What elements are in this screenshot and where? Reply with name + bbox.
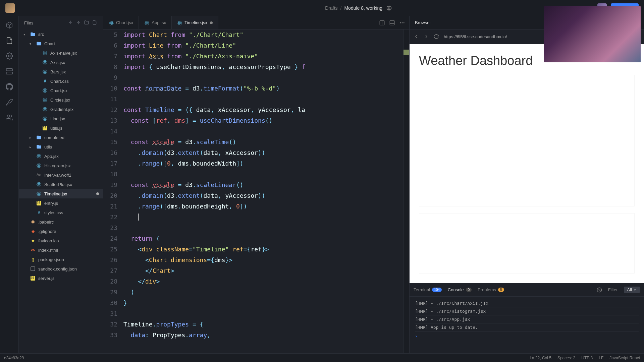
cursor-position[interactable]: Ln 22, Col 5 (530, 356, 551, 360)
react-icon (177, 20, 182, 25)
svg-point-45 (39, 193, 40, 194)
svg-point-50 (111, 22, 112, 23)
file-tree-item[interactable]: JSentry.js (19, 198, 103, 208)
svg-line-70 (598, 288, 601, 291)
react-icon (36, 182, 42, 187)
clear-console-icon[interactable] (597, 287, 602, 293)
file-tree-item[interactable]: Circles.jsx (19, 95, 103, 105)
tab-console[interactable]: Console0 (448, 287, 472, 292)
js-icon: JS (36, 200, 42, 206)
file-tree-item[interactable]: App.jsx (19, 152, 103, 161)
config-icon: ⬢ (30, 219, 36, 225)
new-folder-icon[interactable] (84, 20, 90, 25)
eol[interactable]: LF (599, 356, 603, 360)
filter-label[interactable]: Filter (608, 287, 618, 292)
console-line: [HMR] App is up to date. (415, 323, 639, 331)
folder-icon (36, 41, 42, 46)
file-tree-item[interactable]: sandbox.config.json (19, 264, 103, 274)
modified-dot (96, 192, 99, 195)
react-icon (42, 116, 48, 121)
file-tree-item[interactable]: Line.jsx (19, 114, 103, 123)
svg-point-33 (39, 156, 40, 157)
file-tree-item[interactable]: Timeline.jsx (19, 189, 103, 198)
commit-hash[interactable]: e34c83a29 (4, 356, 530, 360)
svg-point-21 (45, 100, 46, 101)
file-tree-item[interactable]: Chart.jsx (19, 86, 103, 95)
tab-problems[interactable]: Problems5 (478, 287, 504, 292)
indentation[interactable]: Spaces: 2 (557, 356, 575, 360)
file-tree-item[interactable]: ▸utils (19, 142, 103, 152)
file-tree-item[interactable]: JSutils.js (19, 123, 103, 133)
svg-point-37 (39, 165, 40, 166)
file-tree-item[interactable]: #Chart.css (19, 76, 103, 86)
config2-icon (30, 266, 36, 272)
svg-point-67 (402, 22, 403, 23)
breadcrumb-root[interactable]: Drafts (325, 5, 337, 11)
file-tree-item[interactable]: #styles.css (19, 208, 103, 217)
editor-tab[interactable]: Timeline.jsx (172, 16, 218, 29)
file-tree-item[interactable]: ◆.gitignore (19, 227, 103, 236)
file-tree-item[interactable]: ▾src (19, 29, 103, 39)
file-tree-item[interactable]: ⬢.babelrc (19, 217, 103, 227)
file-tree-item[interactable]: ★favicon.ico (19, 236, 103, 245)
file-tree-item[interactable]: ▾Chart (19, 39, 103, 48)
file-tree-item[interactable]: Axis-naive.jsx (19, 48, 103, 58)
svg-rect-64 (390, 20, 394, 25)
rocket-icon[interactable] (6, 99, 13, 106)
back-icon[interactable] (414, 34, 420, 40)
svg-rect-49 (31, 267, 35, 271)
file-tree-item[interactable]: ▸completed (19, 133, 103, 142)
code-editor[interactable]: import Chart from "./Chart/Chart"import … (123, 29, 403, 353)
github-icon[interactable] (6, 83, 13, 90)
editor-tab[interactable]: App.jsx (139, 16, 172, 29)
file-tree-item[interactable]: Bars.jsx (19, 67, 103, 76)
filter-all[interactable]: All (624, 287, 640, 293)
users-icon[interactable] (6, 114, 13, 121)
upload-icon[interactable] (76, 20, 82, 25)
react-icon (42, 107, 48, 112)
svg-rect-2 (6, 69, 12, 71)
encoding[interactable]: UTF-8 (581, 356, 593, 360)
breadcrumb-current[interactable]: Module 8, working (344, 5, 382, 11)
editor-tab[interactable]: Chart.jsx (103, 16, 139, 29)
sidebar-title: Files (24, 20, 65, 25)
chart-area-2 (419, 213, 635, 274)
language-mode[interactable]: JavaScript React (609, 356, 640, 360)
svg-point-13 (45, 71, 46, 72)
react-icon (42, 60, 48, 65)
git-icon: ◆ (30, 229, 36, 234)
cube-icon[interactable] (6, 21, 13, 29)
font-icon: Aa (36, 172, 42, 178)
minimap[interactable] (403, 29, 409, 353)
modified-dot (210, 21, 213, 24)
panel-icon[interactable] (389, 20, 395, 26)
workspace-avatar[interactable] (5, 3, 15, 13)
file-tree-item[interactable]: {}package.json (19, 255, 103, 264)
css-icon: # (42, 78, 48, 84)
svg-point-29 (45, 118, 46, 119)
file-tree-item[interactable]: Histogram.jsx (19, 161, 103, 170)
svg-rect-3 (6, 72, 12, 74)
tab-terminal[interactable]: Terminal104 (414, 287, 442, 292)
gear-icon[interactable] (6, 52, 13, 60)
svg-point-68 (404, 22, 405, 23)
console-prompt[interactable]: › (415, 331, 639, 341)
breadcrumb-separator: / (340, 5, 342, 11)
server-icon[interactable] (6, 68, 13, 75)
new-file-icon[interactable] (92, 20, 98, 25)
file-tree-item[interactable]: <>index.html (19, 245, 103, 255)
file-tree-item[interactable]: ScatterPlot.jsx (19, 180, 103, 189)
file-tree-item[interactable]: Axis.jsx (19, 58, 103, 67)
forward-icon[interactable] (424, 34, 430, 40)
file-tree-item[interactable]: AaInter.var.woff2 (19, 170, 103, 180)
file-icon[interactable] (6, 37, 13, 44)
browser-viewport: Weather Dashboard (410, 44, 644, 283)
svg-point-58 (179, 22, 180, 23)
split-icon[interactable] (379, 20, 385, 26)
file-tree-item[interactable]: JSserver.js (19, 274, 103, 283)
download-icon[interactable] (68, 20, 73, 25)
file-tree-item[interactable]: Gradient.jsx (19, 105, 103, 114)
json-icon: {} (30, 257, 36, 262)
more-icon[interactable] (399, 20, 405, 26)
reload-icon[interactable] (434, 34, 440, 40)
